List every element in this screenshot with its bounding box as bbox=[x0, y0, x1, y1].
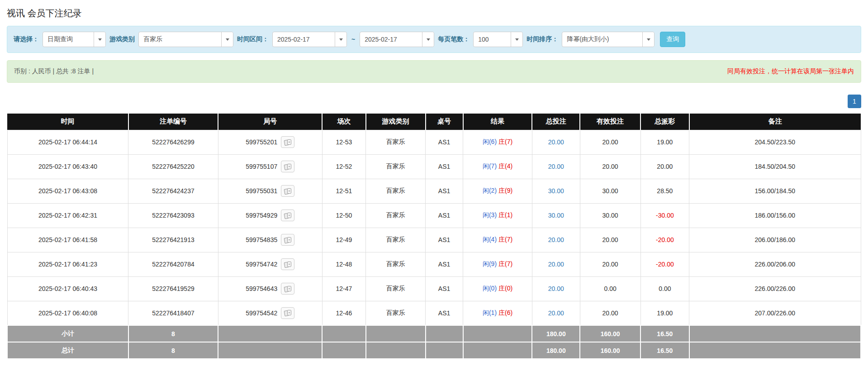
summary-currency-count: 币别 : 人民币 | 总共 :8 注单 | bbox=[14, 67, 94, 76]
chevron-down-icon[interactable] bbox=[422, 32, 434, 47]
subtotal-row: 小计 8 180.00 160.00 16.50 bbox=[7, 325, 861, 342]
cell-session: 12-51 bbox=[322, 179, 365, 203]
time-sort-select[interactable]: 降幂(由大到小) bbox=[562, 32, 655, 47]
cards-icon[interactable] bbox=[281, 283, 294, 295]
cell-valid-bet: 30.00 bbox=[580, 179, 640, 203]
cell-table-no: AS1 bbox=[426, 130, 463, 154]
table-row: 2025-02-17 06:43:40 522276425220 5997551… bbox=[7, 154, 861, 179]
cell-total-bet[interactable]: 30.00 bbox=[532, 179, 580, 203]
cell-bet-id: 522276424237 bbox=[128, 179, 218, 203]
cell-valid-bet: 0.00 bbox=[580, 276, 640, 301]
game-type-label: 游戏类别 bbox=[109, 35, 135, 43]
cell-valid-bet: 20.00 bbox=[580, 154, 640, 179]
cell-session: 12-50 bbox=[322, 203, 365, 228]
cell-valid-bet: 20.00 bbox=[580, 301, 640, 325]
chevron-down-icon[interactable] bbox=[511, 32, 522, 47]
cell-round-id: 599754542 bbox=[218, 301, 322, 325]
date-to-select[interactable]: 2025-02-17 bbox=[360, 32, 434, 47]
cell-result: 闲(6) 庄(7) bbox=[463, 130, 532, 154]
cell-payout: 19.00 bbox=[640, 301, 689, 325]
result-banker: 庄(7) bbox=[498, 236, 512, 243]
cell-round-id: 599755201 bbox=[218, 130, 322, 154]
cell-round-id: 599754643 bbox=[218, 276, 322, 301]
cell-time: 2025-02-17 06:41:58 bbox=[7, 228, 128, 252]
table-row: 2025-02-17 06:40:43 522276419529 5997546… bbox=[7, 276, 861, 301]
cell-payout: 20.00 bbox=[640, 154, 689, 179]
subtotal-valid-bet: 160.00 bbox=[580, 325, 640, 342]
cell-total-bet[interactable]: 20.00 bbox=[532, 228, 580, 252]
cell-session: 12-46 bbox=[322, 301, 365, 325]
col-header-bet-id: 注单编号 bbox=[128, 114, 218, 130]
col-header-total-bet: 总投注 bbox=[532, 114, 580, 130]
result-banker: 庄(7) bbox=[498, 138, 512, 145]
cell-total-bet[interactable]: 20.00 bbox=[532, 130, 580, 154]
page-1-button[interactable]: 1 bbox=[848, 95, 861, 108]
bet-records-table: 时间 注单编号 局号 场次 游戏类别 桌号 结果 总投注 有效投注 总派彩 备注… bbox=[7, 114, 861, 359]
cards-icon[interactable] bbox=[281, 185, 294, 197]
total-total-bet: 180.00 bbox=[532, 342, 580, 359]
cards-icon[interactable] bbox=[281, 307, 294, 319]
cards-icon[interactable] bbox=[281, 161, 294, 172]
chevron-down-icon[interactable] bbox=[335, 32, 346, 47]
result-banker: 庄(7) bbox=[498, 260, 512, 267]
cell-payout: 0.00 bbox=[640, 276, 689, 301]
total-payout: 16.50 bbox=[640, 342, 689, 359]
cell-result: 闲(0) 庄(0) bbox=[463, 276, 532, 301]
cell-round-id: 599754835 bbox=[218, 228, 322, 252]
cell-note: 206.00/186.00 bbox=[689, 228, 861, 252]
cell-note: 226.00/226.00 bbox=[689, 276, 861, 301]
cell-round-id: 599754742 bbox=[218, 252, 322, 276]
chevron-down-icon[interactable] bbox=[221, 32, 233, 47]
result-banker: 庄(4) bbox=[498, 162, 512, 170]
cell-game-type: 百家乐 bbox=[366, 203, 426, 228]
date-from-value: 2025-02-17 bbox=[273, 32, 335, 47]
query-type-select[interactable]: 日期查询 bbox=[43, 32, 106, 47]
result-player: 闲(4) bbox=[483, 236, 497, 243]
footer-empty-cell bbox=[322, 342, 365, 359]
table-body: 2025-02-17 06:44:14 522276426299 5997552… bbox=[7, 130, 861, 325]
summary-bar: 币别 : 人民币 | 总共 :8 注单 | 同局有效投注，统一计算在该局第一张注… bbox=[7, 60, 861, 83]
cell-total-bet[interactable]: 20.00 bbox=[532, 301, 580, 325]
cell-game-type: 百家乐 bbox=[366, 252, 426, 276]
cell-time: 2025-02-17 06:40:43 bbox=[7, 276, 128, 301]
table-header-row: 时间 注单编号 局号 场次 游戏类别 桌号 结果 总投注 有效投注 总派彩 备注 bbox=[7, 114, 861, 130]
cell-total-bet[interactable]: 20.00 bbox=[532, 252, 580, 276]
cell-valid-bet: 20.00 bbox=[580, 228, 640, 252]
cell-bet-id: 522276426299 bbox=[128, 130, 218, 154]
round-id-value: 599754742 bbox=[246, 261, 277, 268]
footer-empty-cell bbox=[322, 325, 365, 342]
cards-icon[interactable] bbox=[281, 258, 294, 270]
cards-icon[interactable] bbox=[281, 136, 294, 148]
chevron-down-icon[interactable] bbox=[94, 32, 105, 47]
total-row: 总计 8 180.00 160.00 16.50 bbox=[7, 342, 861, 359]
col-header-note: 备注 bbox=[689, 114, 861, 130]
chevron-down-icon[interactable] bbox=[642, 32, 654, 47]
page-size-select[interactable]: 100 bbox=[473, 32, 523, 47]
result-player: 闲(6) bbox=[483, 138, 497, 145]
total-label: 总计 bbox=[7, 342, 128, 359]
cell-total-bet[interactable]: 30.00 bbox=[532, 203, 580, 228]
date-range-label: 时间区间： bbox=[237, 35, 269, 43]
cell-total-bet[interactable]: 20.00 bbox=[532, 154, 580, 179]
result-player: 闲(1) bbox=[483, 309, 497, 316]
page: 视讯 会员下注纪录 请选择： 日期查询 游戏类别 百家乐 时间区间： 2025-… bbox=[0, 0, 868, 368]
search-button[interactable]: 查询 bbox=[660, 32, 685, 47]
cell-note: 226.00/206.00 bbox=[689, 252, 861, 276]
footer-empty-cell bbox=[218, 325, 322, 342]
cell-result: 闲(3) 庄(1) bbox=[463, 203, 532, 228]
table-row: 2025-02-17 06:40:08 522276418407 5997545… bbox=[7, 301, 861, 325]
cell-total-bet[interactable]: 20.00 bbox=[532, 276, 580, 301]
cards-icon[interactable] bbox=[281, 234, 294, 246]
footer-empty-cell bbox=[426, 325, 463, 342]
col-header-time: 时间 bbox=[7, 114, 128, 130]
round-id-value: 599754643 bbox=[246, 285, 277, 292]
game-type-select[interactable]: 百家乐 bbox=[138, 32, 233, 47]
cell-table-no: AS1 bbox=[426, 228, 463, 252]
result-banker: 庄(9) bbox=[498, 187, 512, 194]
cell-time: 2025-02-17 06:40:08 bbox=[7, 301, 128, 325]
cell-game-type: 百家乐 bbox=[366, 154, 426, 179]
cards-icon[interactable] bbox=[281, 209, 294, 221]
footer-empty-cell bbox=[463, 325, 532, 342]
result-player: 闲(9) bbox=[483, 260, 497, 267]
date-from-select[interactable]: 2025-02-17 bbox=[272, 32, 347, 47]
